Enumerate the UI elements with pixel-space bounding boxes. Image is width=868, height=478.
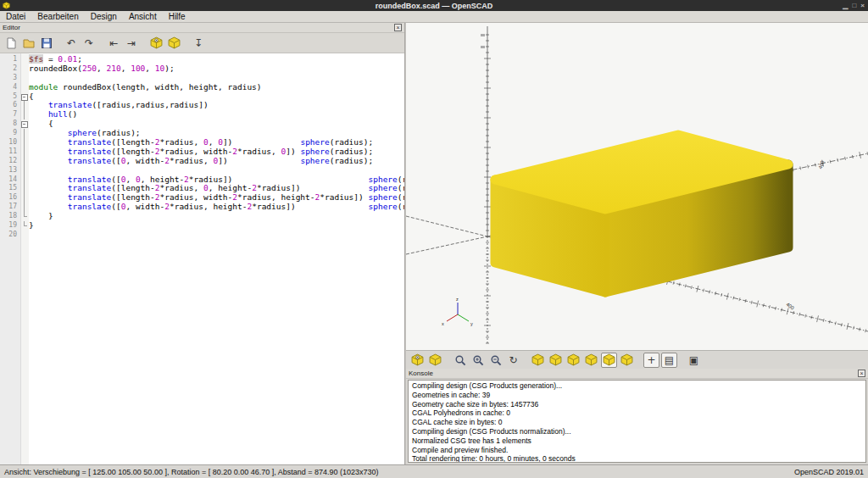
line-number: 9 [0, 129, 20, 138]
fold-margin [20, 64, 29, 74]
console-panel: Konsole × Compiling design (CSG Products… [406, 369, 868, 464]
close-button[interactable]: × [860, 0, 865, 11]
fold-margin [20, 212, 29, 221]
line-number: 15 [0, 184, 20, 193]
y-axis-negative [406, 236, 487, 254]
fold-margin [20, 193, 29, 203]
view-center-button[interactable]: ▣ [686, 353, 702, 368]
console-line: CGAL cache size in bytes: 0 [412, 418, 862, 427]
code-line-17[interactable]: 17 translate([0, width-2*radius, height-… [0, 203, 404, 212]
zoom-all-button[interactable] [452, 353, 468, 368]
console-close-icon[interactable]: × [858, 370, 865, 377]
export-stl-button[interactable]: ↧ [190, 35, 207, 52]
view-left-button[interactable] [583, 353, 599, 368]
save-button[interactable] [38, 35, 55, 52]
open-button[interactable] [20, 35, 37, 52]
maximize-button[interactable]: □ [852, 0, 856, 11]
window-controls: ▁ □ × [843, 0, 865, 11]
view-bottom-button[interactable] [565, 353, 581, 368]
main-area: Editor × ↶↷⇤⇥↧ 1$fs = 0.01;2roundedBox(2… [0, 23, 868, 464]
console-output[interactable]: Compiling design (CSG Products generatio… [408, 380, 866, 463]
zoom-out-button[interactable] [487, 353, 504, 368]
new-button[interactable] [3, 35, 19, 52]
preview-button[interactable] [147, 35, 164, 52]
console-line: Geometry cache size in bytes: 1457736 [412, 400, 862, 409]
unindent-button[interactable]: ⇤ [105, 35, 122, 52]
code-text: roundedBox(250, 210, 100, 10); [29, 64, 175, 74]
view-top-button[interactable] [548, 353, 564, 368]
view-right-button[interactable] [530, 353, 546, 368]
axis-tick-label: 400 [818, 159, 826, 170]
menu-design[interactable]: Design [85, 11, 123, 22]
code-line-4[interactable]: 4module roundedBox(length, width, height… [0, 83, 404, 92]
fold-margin [20, 101, 29, 110]
console-panel-header: Konsole × [406, 369, 868, 379]
line-number: 5 [0, 92, 20, 102]
line-number: 11 [0, 147, 20, 157]
console-line: Geometries in cache: 39 [412, 391, 862, 400]
menu-hilfe[interactable]: Hilfe [163, 11, 192, 22]
console-line: CGAL Polyhedrons in cache: 0 [412, 409, 862, 418]
console-line: Normalized CSG tree has 1 elements [412, 436, 862, 446]
viewport-toolbar: ↻+▤▣ [406, 350, 868, 369]
code-text: translate([0, width-2*radius, 0]) sphere… [29, 157, 373, 166]
code-line-7[interactable]: 7 hull() [0, 110, 404, 119]
fold-margin [20, 231, 29, 240]
viewport-3d[interactable]: 300400400 z x y [406, 23, 868, 350]
render-button[interactable] [165, 35, 182, 52]
line-number: 10 [0, 138, 20, 147]
reset-view-button[interactable]: ↻ [505, 353, 521, 368]
status-version: OpenSCAD 2019.01 [794, 468, 864, 476]
fold-marker-icon[interactable] [20, 119, 29, 129]
line-number: 2 [0, 64, 20, 74]
line-number: 13 [0, 166, 20, 175]
editor-close-icon[interactable]: × [394, 24, 402, 31]
editor-panel-title: Editor [3, 24, 20, 31]
menu-bearbeiten[interactable]: Bearbeiten [31, 11, 84, 22]
fold-margin [20, 147, 29, 157]
line-number: 17 [0, 203, 20, 212]
console-line: Compiling design (CSG Products generatio… [412, 381, 862, 391]
menu-ansicht[interactable]: Ansicht [123, 11, 163, 22]
line-number: 19 [0, 221, 20, 231]
preview-button[interactable] [409, 353, 426, 368]
line-number: 7 [0, 110, 20, 119]
fold-margin [20, 138, 29, 147]
view-front-button[interactable] [601, 353, 617, 368]
line-number: 1 [0, 55, 20, 64]
render-button[interactable] [427, 353, 443, 368]
indent-button[interactable]: ⇥ [123, 35, 140, 52]
fold-margin [20, 129, 29, 138]
code-line-18[interactable]: 18 } [0, 212, 404, 221]
menu-datei[interactable]: Datei [0, 11, 31, 22]
editor-panel-header: Editor × [0, 23, 404, 33]
code-editor[interactable]: 1$fs = 0.01;2roundedBox(250, 210, 100, 1… [0, 53, 404, 464]
view-back-button[interactable] [619, 353, 635, 368]
fold-margin [20, 83, 29, 92]
code-text: translate([0, width-2*radius, height-2*r… [29, 203, 404, 212]
line-number: 20 [0, 231, 20, 240]
titlebar: roundedBox.scad — OpenSCAD ▁ □ × [0, 0, 868, 11]
code-line-2[interactable]: 2roundedBox(250, 210, 100, 10); [0, 64, 404, 74]
show-axes-button[interactable]: + [643, 353, 659, 368]
zoom-in-button[interactable] [470, 353, 486, 368]
x-axis-negative [406, 216, 487, 236]
fold-margin [20, 203, 29, 212]
fold-margin [20, 221, 29, 231]
minimize-button[interactable]: ▁ [843, 0, 848, 11]
redo-button[interactable]: ↷ [81, 35, 97, 52]
editor-toolbar: ↶↷⇤⇥↧ [0, 33, 404, 53]
code-line-19[interactable]: 19} [0, 221, 404, 231]
fold-marker-icon[interactable] [20, 92, 29, 102]
code-line-12[interactable]: 12 translate([0, width-2*radius, 0]) sph… [0, 157, 404, 166]
line-number: 14 [0, 175, 20, 185]
show-scale-markers-button[interactable]: ▤ [661, 353, 677, 368]
line-number: 8 [0, 119, 20, 129]
code-line-20[interactable]: 20 [0, 231, 404, 240]
line-number: 16 [0, 193, 20, 203]
fold-margin [20, 175, 29, 185]
window-title: roundedBox.scad — OpenSCAD [376, 2, 493, 10]
right-panel: 300400400 z x y ↻+▤▣ [406, 23, 868, 464]
undo-button[interactable]: ↶ [63, 35, 80, 52]
console-line: Compiling design (CSG Products normaliza… [412, 427, 862, 436]
